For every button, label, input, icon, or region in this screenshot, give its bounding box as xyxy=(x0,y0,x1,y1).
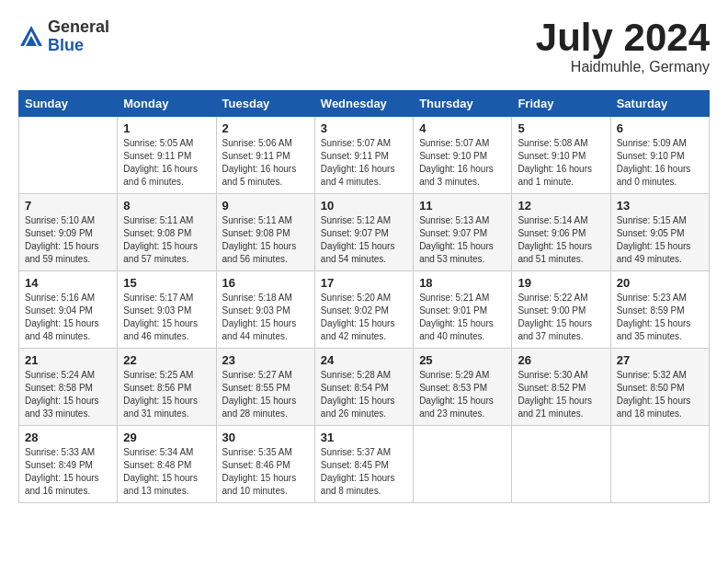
day-number: 14 xyxy=(25,276,111,290)
header-saturday: Saturday xyxy=(610,91,709,117)
day-number: 22 xyxy=(123,353,210,367)
calendar-cell: 23Sunrise: 5:27 AM Sunset: 8:55 PM Dayli… xyxy=(216,349,314,426)
week-row-1: 7Sunrise: 5:10 AM Sunset: 9:09 PM Daylig… xyxy=(19,194,710,271)
calendar-cell: 22Sunrise: 5:25 AM Sunset: 8:56 PM Dayli… xyxy=(118,349,216,426)
day-info: Sunrise: 5:06 AM Sunset: 9:11 PM Dayligh… xyxy=(222,137,309,189)
day-info: Sunrise: 5:05 AM Sunset: 9:11 PM Dayligh… xyxy=(123,137,210,189)
calendar-cell: 27Sunrise: 5:32 AM Sunset: 8:50 PM Dayli… xyxy=(610,349,709,426)
day-info: Sunrise: 5:15 AM Sunset: 9:05 PM Dayligh… xyxy=(617,214,703,266)
logo-icon xyxy=(18,24,44,50)
day-info: Sunrise: 5:07 AM Sunset: 9:10 PM Dayligh… xyxy=(419,137,506,189)
day-number: 5 xyxy=(518,121,604,135)
day-number: 19 xyxy=(518,276,604,290)
day-number: 27 xyxy=(617,353,703,367)
calendar-cell xyxy=(610,426,709,503)
calendar-cell xyxy=(512,426,610,503)
day-number: 7 xyxy=(25,199,111,213)
calendar-cell: 15Sunrise: 5:17 AM Sunset: 9:03 PM Dayli… xyxy=(118,271,216,349)
day-number: 1 xyxy=(123,121,210,135)
day-info: Sunrise: 5:11 AM Sunset: 9:08 PM Dayligh… xyxy=(222,214,309,266)
calendar-cell: 25Sunrise: 5:29 AM Sunset: 8:53 PM Dayli… xyxy=(414,349,512,426)
day-number: 26 xyxy=(518,353,604,367)
day-info: Sunrise: 5:20 AM Sunset: 9:02 PM Dayligh… xyxy=(321,292,407,343)
day-number: 31 xyxy=(321,431,407,444)
calendar-cell: 13Sunrise: 5:15 AM Sunset: 9:05 PM Dayli… xyxy=(610,194,709,271)
day-number: 17 xyxy=(321,276,407,290)
day-number: 30 xyxy=(222,431,309,444)
day-number: 28 xyxy=(25,431,111,444)
day-info: Sunrise: 5:08 AM Sunset: 9:10 PM Dayligh… xyxy=(518,137,604,189)
header-thursday: Thursday xyxy=(414,91,512,117)
day-number: 8 xyxy=(123,199,210,213)
calendar-cell: 17Sunrise: 5:20 AM Sunset: 9:02 PM Dayli… xyxy=(314,271,413,349)
calendar-cell: 24Sunrise: 5:28 AM Sunset: 8:54 PM Dayli… xyxy=(314,349,413,426)
day-info: Sunrise: 5:21 AM Sunset: 9:01 PM Dayligh… xyxy=(419,292,506,343)
calendar-cell: 18Sunrise: 5:21 AM Sunset: 9:01 PM Dayli… xyxy=(414,271,512,349)
day-info: Sunrise: 5:18 AM Sunset: 9:03 PM Dayligh… xyxy=(222,292,309,343)
day-info: Sunrise: 5:30 AM Sunset: 8:52 PM Dayligh… xyxy=(518,369,604,420)
week-row-4: 28Sunrise: 5:33 AM Sunset: 8:49 PM Dayli… xyxy=(19,426,710,503)
day-info: Sunrise: 5:17 AM Sunset: 9:03 PM Dayligh… xyxy=(123,292,210,343)
header-wednesday: Wednesday xyxy=(314,91,413,117)
day-info: Sunrise: 5:34 AM Sunset: 8:48 PM Dayligh… xyxy=(123,446,210,498)
title-block: July 2024 Haidmuhle, Germany xyxy=(536,18,710,75)
day-info: Sunrise: 5:10 AM Sunset: 9:09 PM Dayligh… xyxy=(25,214,111,266)
header-monday: Monday xyxy=(118,91,216,117)
calendar-table: SundayMondayTuesdayWednesdayThursdayFrid… xyxy=(18,90,710,503)
day-info: Sunrise: 5:37 AM Sunset: 8:45 PM Dayligh… xyxy=(321,446,407,498)
day-info: Sunrise: 5:24 AM Sunset: 8:58 PM Dayligh… xyxy=(25,369,111,420)
calendar-body: 1Sunrise: 5:05 AM Sunset: 9:11 PM Daylig… xyxy=(19,117,710,503)
day-number: 24 xyxy=(321,353,407,367)
day-number: 23 xyxy=(222,353,309,367)
day-info: Sunrise: 5:33 AM Sunset: 8:49 PM Dayligh… xyxy=(25,446,111,498)
day-info: Sunrise: 5:25 AM Sunset: 8:56 PM Dayligh… xyxy=(123,369,210,420)
day-info: Sunrise: 5:32 AM Sunset: 8:50 PM Dayligh… xyxy=(617,369,703,420)
calendar-cell: 31Sunrise: 5:37 AM Sunset: 8:45 PM Dayli… xyxy=(314,426,413,503)
logo-blue-text: Blue xyxy=(48,37,109,55)
week-row-2: 14Sunrise: 5:16 AM Sunset: 9:04 PM Dayli… xyxy=(19,271,710,349)
day-info: Sunrise: 5:09 AM Sunset: 9:10 PM Dayligh… xyxy=(617,137,703,189)
calendar-cell: 3Sunrise: 5:07 AM Sunset: 9:11 PM Daylig… xyxy=(314,117,413,194)
day-info: Sunrise: 5:07 AM Sunset: 9:11 PM Dayligh… xyxy=(321,137,407,189)
day-info: Sunrise: 5:28 AM Sunset: 8:54 PM Dayligh… xyxy=(321,369,407,420)
day-number: 16 xyxy=(222,276,309,290)
day-number: 10 xyxy=(321,199,407,213)
calendar-cell: 7Sunrise: 5:10 AM Sunset: 9:09 PM Daylig… xyxy=(19,194,118,271)
day-number: 29 xyxy=(123,431,210,444)
day-number: 21 xyxy=(25,353,111,367)
calendar-cell: 10Sunrise: 5:12 AM Sunset: 9:07 PM Dayli… xyxy=(314,194,413,271)
header-friday: Friday xyxy=(512,91,610,117)
day-number: 13 xyxy=(617,199,703,213)
day-number: 25 xyxy=(419,353,506,367)
calendar-cell: 4Sunrise: 5:07 AM Sunset: 9:10 PM Daylig… xyxy=(414,117,512,194)
calendar-cell: 5Sunrise: 5:08 AM Sunset: 9:10 PM Daylig… xyxy=(512,117,610,194)
day-info: Sunrise: 5:13 AM Sunset: 9:07 PM Dayligh… xyxy=(419,214,506,266)
logo-general-text: General xyxy=(48,18,109,37)
day-number: 9 xyxy=(222,199,309,213)
day-info: Sunrise: 5:22 AM Sunset: 9:00 PM Dayligh… xyxy=(518,292,604,343)
day-info: Sunrise: 5:23 AM Sunset: 8:59 PM Dayligh… xyxy=(617,292,703,343)
calendar-cell: 12Sunrise: 5:14 AM Sunset: 9:06 PM Dayli… xyxy=(512,194,610,271)
day-info: Sunrise: 5:27 AM Sunset: 8:55 PM Dayligh… xyxy=(222,369,309,420)
calendar-cell: 19Sunrise: 5:22 AM Sunset: 9:00 PM Dayli… xyxy=(512,271,610,349)
day-info: Sunrise: 5:35 AM Sunset: 8:46 PM Dayligh… xyxy=(222,446,309,498)
logo-text: General Blue xyxy=(48,18,109,55)
day-number: 6 xyxy=(617,121,703,135)
calendar-cell: 9Sunrise: 5:11 AM Sunset: 9:08 PM Daylig… xyxy=(216,194,314,271)
calendar-cell: 26Sunrise: 5:30 AM Sunset: 8:52 PM Dayli… xyxy=(512,349,610,426)
calendar-header: SundayMondayTuesdayWednesdayThursdayFrid… xyxy=(19,91,710,117)
header-sunday: Sunday xyxy=(19,91,118,117)
calendar-cell: 29Sunrise: 5:34 AM Sunset: 8:48 PM Dayli… xyxy=(118,426,216,503)
day-number: 12 xyxy=(518,199,604,213)
day-info: Sunrise: 5:11 AM Sunset: 9:08 PM Dayligh… xyxy=(123,214,210,266)
day-number: 3 xyxy=(321,121,407,135)
calendar-cell: 6Sunrise: 5:09 AM Sunset: 9:10 PM Daylig… xyxy=(610,117,709,194)
month-title: July 2024 xyxy=(536,18,710,57)
day-info: Sunrise: 5:16 AM Sunset: 9:04 PM Dayligh… xyxy=(25,292,111,343)
day-number: 11 xyxy=(419,199,506,213)
calendar-cell: 11Sunrise: 5:13 AM Sunset: 9:07 PM Dayli… xyxy=(414,194,512,271)
day-info: Sunrise: 5:14 AM Sunset: 9:06 PM Dayligh… xyxy=(518,214,604,266)
calendar-cell xyxy=(19,117,118,194)
calendar-cell: 30Sunrise: 5:35 AM Sunset: 8:46 PM Dayli… xyxy=(216,426,314,503)
calendar-cell: 21Sunrise: 5:24 AM Sunset: 8:58 PM Dayli… xyxy=(19,349,118,426)
